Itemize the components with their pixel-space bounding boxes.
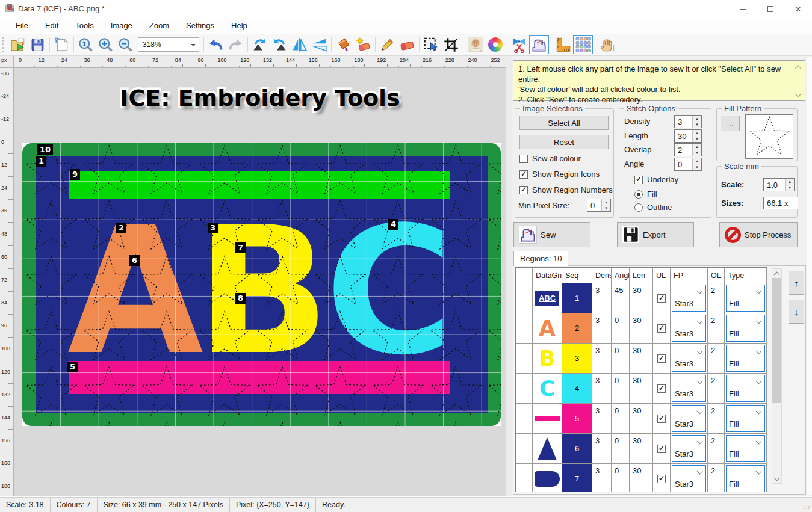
type-dropdown[interactable]: Fill xyxy=(726,375,765,402)
crop-button[interactable] xyxy=(441,35,461,54)
region-number-label[interactable]: 8 xyxy=(235,293,246,304)
colour-wheel-button[interactable] xyxy=(485,35,505,54)
zoom-actual-button[interactable]: 1 xyxy=(76,35,96,54)
grid-column-header[interactable]: UL xyxy=(653,268,671,283)
sizes-field[interactable]: 66.1 x xyxy=(763,197,798,209)
len-cell[interactable]: 30 xyxy=(630,434,653,464)
fp-dropdown[interactable]: Star3 xyxy=(672,345,706,372)
portrait-button[interactable] xyxy=(465,35,485,54)
underlay-checkbox[interactable] xyxy=(657,415,666,423)
den-cell[interactable]: 3 xyxy=(592,434,612,464)
den-cell[interactable]: 3 xyxy=(592,344,612,374)
checkbox-row-show-region-numbers[interactable]: Show Region Numbers xyxy=(519,185,613,194)
stop-process-button[interactable]: Stop Process xyxy=(719,222,798,247)
underlay-checkbox[interactable] xyxy=(657,324,666,333)
grid-column-header[interactable]: OL xyxy=(708,268,725,283)
flip-vertical-button[interactable] xyxy=(309,35,329,54)
region-number-label[interactable]: 10 xyxy=(37,144,53,155)
region-number-label[interactable]: 6 xyxy=(129,255,140,266)
redo-button[interactable] xyxy=(226,35,246,54)
grid-tool-button[interactable] xyxy=(573,35,593,54)
pencil-button[interactable] xyxy=(377,35,397,54)
ol-cell[interactable]: 2 xyxy=(708,374,725,404)
row-selector-cell[interactable] xyxy=(516,434,533,464)
spinner-arrows-icon[interactable]: ▲▼ xyxy=(692,116,701,128)
type-cell[interactable]: Fill xyxy=(725,404,767,434)
spinner-arrows-icon[interactable]: ▲▼ xyxy=(785,179,794,191)
underlay-checkbox[interactable] xyxy=(657,354,666,363)
fp-dropdown[interactable]: Star3 xyxy=(672,375,706,402)
menu-image[interactable]: Image xyxy=(102,18,141,34)
fp-dropdown[interactable]: Star3 xyxy=(672,465,706,492)
combobox-arrow-icon[interactable] xyxy=(191,44,196,46)
menu-zoom[interactable]: Zoom xyxy=(141,18,178,34)
row-selector-cell[interactable] xyxy=(516,344,533,374)
grid-column-header[interactable]: Dens xyxy=(592,268,612,283)
fp-cell[interactable]: Star3 xyxy=(671,283,708,313)
checkbox-row-sew-all-colour[interactable]: Sew all colour xyxy=(519,154,581,163)
eraser-button[interactable] xyxy=(397,35,417,54)
fp-dropdown[interactable]: Star3 xyxy=(672,435,706,462)
seq-cell[interactable]: 2 xyxy=(562,313,592,344)
len-cell[interactable]: 30 xyxy=(630,374,653,404)
ol-cell[interactable]: 2 xyxy=(708,344,725,374)
fill-bucket-button[interactable] xyxy=(333,35,353,54)
menu-edit[interactable]: Edit xyxy=(37,18,67,34)
move-region-down-button[interactable]: ↓ xyxy=(789,300,804,324)
menu-tools[interactable]: Tools xyxy=(67,18,102,34)
checkbox-row-show-region-icons[interactable]: Show Region Icons xyxy=(519,170,600,179)
len-cell[interactable]: 30 xyxy=(630,464,653,492)
type-cell[interactable]: Fill xyxy=(725,283,767,313)
undo-button[interactable] xyxy=(206,35,226,54)
region-icon-cell[interactable]: ABC xyxy=(533,283,562,313)
ul-cell[interactable] xyxy=(653,464,671,492)
grid-column-header[interactable] xyxy=(516,268,533,283)
close-button[interactable]: ✕ xyxy=(784,0,812,18)
spinner-arrows-icon[interactable]: ▲▼ xyxy=(692,130,701,142)
embroidery-artwork[interactable]: ABC 10192347685 xyxy=(22,143,501,426)
menu-file[interactable]: File xyxy=(7,18,37,34)
regions-grid[interactable]: DataGridSeqDensAnglLenULFPOLTypeABC13453… xyxy=(515,267,767,492)
fill-radio-row[interactable]: Fill xyxy=(634,190,657,199)
resize-grip[interactable]: .:: xyxy=(804,504,810,510)
ang-cell[interactable]: 0 xyxy=(612,313,630,344)
region-icon-cell[interactable]: B xyxy=(533,344,562,374)
grid-column-header[interactable]: Len xyxy=(630,268,653,283)
scale-spinner[interactable]: 1,0 ▲▼ xyxy=(763,178,795,191)
ang-cell[interactable]: 0 xyxy=(612,374,630,404)
reset-button[interactable]: Reset xyxy=(519,135,609,149)
grid-column-header[interactable]: DataGrid xyxy=(533,268,562,283)
outline-radio-row[interactable]: Outline xyxy=(634,203,672,212)
pan-hand-button[interactable] xyxy=(597,35,617,54)
ol-cell[interactable]: 2 xyxy=(708,283,725,313)
zoom-in-button[interactable] xyxy=(96,35,116,54)
len-cell[interactable]: 30 xyxy=(630,404,653,434)
fp-cell[interactable]: Star3 xyxy=(671,464,708,492)
type-cell[interactable]: Fill xyxy=(725,464,767,492)
toolbar-grip[interactable] xyxy=(2,37,5,52)
design-canvas[interactable]: ICE: Embroidery Tools ABC 10192347685 xyxy=(14,68,506,496)
type-dropdown[interactable]: Fill xyxy=(726,345,765,372)
fill-pattern-browse-button[interactable]: ... xyxy=(721,116,740,131)
row-selector-cell[interactable] xyxy=(516,283,533,313)
region-number-label[interactable]: 4 xyxy=(388,219,398,230)
ul-cell[interactable] xyxy=(653,344,671,374)
export-button[interactable]: Export xyxy=(617,222,694,247)
region-icon-cell[interactable] xyxy=(533,464,562,492)
underlay-checkbox[interactable] xyxy=(657,384,666,393)
ruler-tool-button[interactable] xyxy=(553,35,573,54)
den-cell[interactable]: 3 xyxy=(592,313,612,344)
ol-cell[interactable]: 2 xyxy=(708,313,725,344)
row-selector-cell[interactable] xyxy=(516,374,533,404)
underlay-checkbox[interactable] xyxy=(634,176,643,184)
ang-cell[interactable]: 0 xyxy=(612,344,630,374)
checkbox[interactable] xyxy=(519,170,528,179)
ul-cell[interactable] xyxy=(653,283,671,313)
flip-horizontal-button[interactable] xyxy=(290,35,309,54)
colour-eraser-button[interactable] xyxy=(353,35,373,54)
fp-cell[interactable]: Star3 xyxy=(671,404,708,434)
open-button[interactable] xyxy=(8,35,28,54)
row-selector-cell[interactable] xyxy=(516,404,533,434)
ol-cell[interactable]: 2 xyxy=(708,464,725,492)
seq-cell[interactable]: 1 xyxy=(562,283,592,313)
